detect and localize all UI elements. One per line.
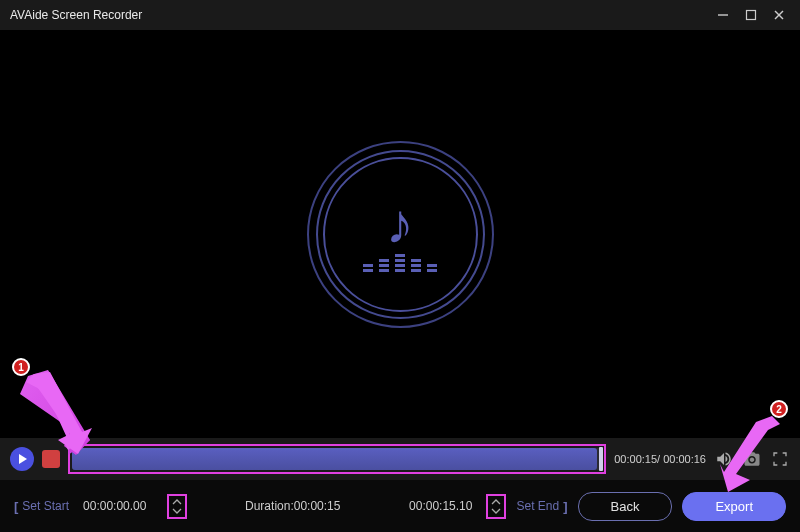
svg-marker-7 <box>26 374 92 454</box>
player-bar: 00:00:15/ 00:00:16 <box>0 438 800 480</box>
annotation-badge-1: 1 <box>12 358 30 376</box>
audio-placeholder-icon: ♪ <box>323 157 478 312</box>
start-time-field[interactable] <box>79 495 157 517</box>
maximize-button[interactable] <box>744 8 758 22</box>
svg-marker-8 <box>720 416 780 492</box>
export-button[interactable]: Export <box>682 492 786 521</box>
set-end-button[interactable]: Set End] <box>516 499 567 514</box>
set-start-button[interactable]: [Set Start <box>14 499 69 514</box>
trim-controls: [Set Start Duration:00:00:15 Set End] Ba… <box>0 480 800 532</box>
back-button[interactable]: Back <box>578 492 673 521</box>
end-spin-down[interactable] <box>490 507 502 515</box>
close-button[interactable] <box>772 8 786 22</box>
minimize-button[interactable] <box>716 8 730 22</box>
annotation-arrow-2 <box>720 414 782 492</box>
end-spin-up[interactable] <box>490 498 502 506</box>
seek-handle[interactable] <box>599 447 603 471</box>
seek-bar[interactable] <box>72 448 602 470</box>
annotation-arrow-1-shape <box>24 372 92 454</box>
end-time-field[interactable] <box>398 495 476 517</box>
annotation-badge-2: 2 <box>770 400 788 418</box>
time-display: 00:00:15/ 00:00:16 <box>614 453 706 465</box>
end-spinner <box>486 494 506 519</box>
start-spin-down[interactable] <box>171 507 183 515</box>
duration-label: Duration:00:00:15 <box>197 499 388 513</box>
start-spinner <box>167 494 187 519</box>
svg-rect-1 <box>747 11 756 20</box>
preview-area: ♪ <box>0 30 800 438</box>
play-icon <box>19 454 27 464</box>
app-title: AVAide Screen Recorder <box>10 8 142 22</box>
start-spin-up[interactable] <box>171 498 183 506</box>
titlebar: AVAide Screen Recorder <box>0 0 800 30</box>
